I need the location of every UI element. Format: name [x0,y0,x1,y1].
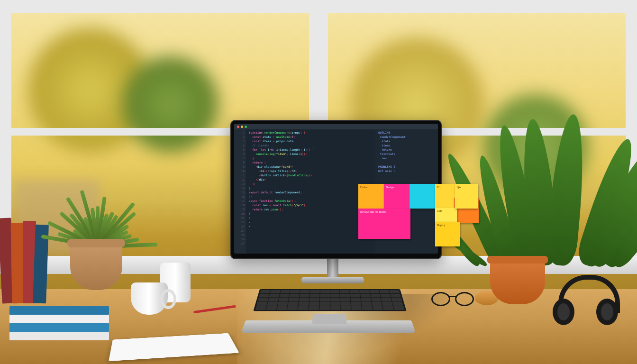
monitor-stand [327,257,338,278]
line-gutter: 1234567891011121314151617181920212223242… [234,124,246,254]
laptop-trackpad [312,314,347,324]
eyeglasses [431,292,474,305]
monitor-stand-base [301,277,364,283]
sticky-note [410,184,436,209]
headphones [549,275,620,327]
code-area: function renderComponent(props) { const … [246,124,375,254]
outdoor-foliage [123,57,218,152]
minimize-icon [241,126,243,128]
plant-pot [70,243,122,290]
sticky-note: Review pull req merge [358,209,410,239]
close-icon [237,126,239,128]
standing-books [0,218,52,303]
workspace-illustration: 1234567891011121314151617181920212223242… [0,0,637,364]
small-plant [57,166,137,246]
maximize-icon [245,126,247,128]
laptop [246,289,411,339]
outdoor-foliage [483,95,588,199]
plant-pot [490,260,545,304]
sticky-note: Fnshed [358,184,385,209]
sticky-note: Deploy [435,222,460,246]
sticky-note: Design [384,184,410,209]
sticky-note: QA [455,184,478,209]
laptop-keyboard [253,289,406,311]
coffee-mug [131,282,168,315]
editor-titlebar [234,124,438,129]
stacked-books [9,306,114,339]
